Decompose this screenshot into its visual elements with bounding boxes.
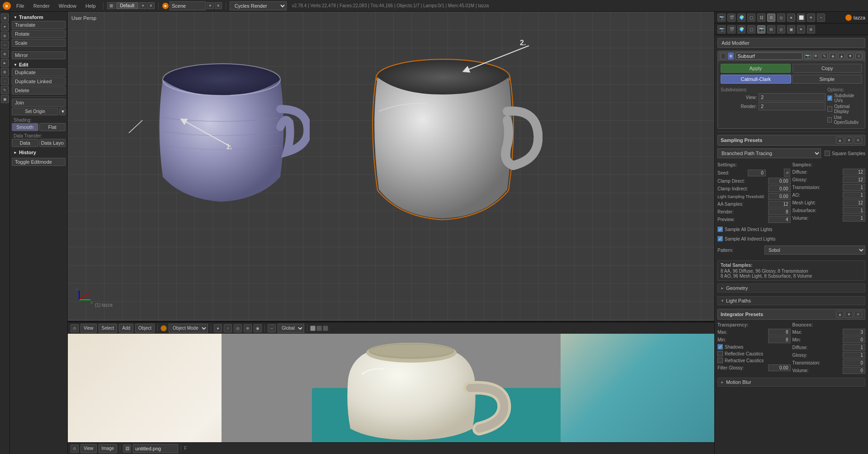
set-origin-button[interactable]: Set Origin <box>12 108 58 115</box>
apply-button[interactable]: Apply <box>721 64 791 73</box>
rp-icon-scene[interactable]: 🎬 <box>727 14 736 22</box>
menu-window[interactable]: Window <box>55 0 80 12</box>
render-s-input[interactable] <box>768 208 791 215</box>
subsurface-input[interactable] <box>843 207 865 214</box>
history-header[interactable]: ► History <box>12 149 66 156</box>
rp-icon-constraint[interactable]: ⛓ <box>757 14 765 22</box>
sampling-presets-down[interactable]: ▼ <box>845 137 853 144</box>
translate-button[interactable]: Translate <box>12 21 66 29</box>
bounces-min-input[interactable] <box>843 336 865 343</box>
rp2-icon4[interactable]: ▢ <box>747 25 755 33</box>
tool-icon-4[interactable]: ↔ <box>1 41 9 49</box>
scene-input[interactable] <box>170 1 206 10</box>
image-view-button[interactable]: View <box>80 444 97 453</box>
remove-scene-icon[interactable]: × <box>215 2 222 9</box>
mod-edit-icon[interactable]: ✎ <box>821 53 828 59</box>
prop-edit-icon[interactable]: ◉ <box>254 324 262 332</box>
screen-layout-icon[interactable]: ⊞ <box>107 2 115 9</box>
data-button[interactable]: Data <box>12 139 38 147</box>
mirror-button[interactable]: Mirror <box>12 51 66 59</box>
add-screen-icon[interactable]: + <box>139 2 146 9</box>
tool-icon-1[interactable]: ◈ <box>1 14 9 22</box>
add-modifier-button[interactable]: Add Modifier <box>717 38 865 48</box>
solid-icon[interactable]: ● <box>214 324 222 332</box>
rp2-icon7[interactable]: ▣ <box>787 25 795 33</box>
rp2-icon6[interactable]: ◎ <box>777 25 785 33</box>
clamp-direct-input[interactable] <box>768 178 791 184</box>
sample-direct-checkbox[interactable]: ✓ <box>717 227 723 232</box>
refractive-caustics-checkbox[interactable] <box>717 358 723 363</box>
transmission-b-input[interactable] <box>843 359 865 366</box>
view-button[interactable]: View <box>80 324 97 333</box>
trans-max-input[interactable] <box>768 329 791 336</box>
trans-min-input[interactable] <box>768 336 791 343</box>
global-select[interactable]: Global Local <box>278 324 304 333</box>
motion-blur-header[interactable]: ► Motion Blur <box>717 378 865 387</box>
rp-icon-texture[interactable]: ⬜ <box>797 14 805 22</box>
layer-1[interactable] <box>310 326 316 331</box>
menu-file[interactable]: File <box>13 0 28 12</box>
viewport-3d[interactable]: User Persp <box>68 12 714 322</box>
flat-button[interactable]: Flat <box>39 123 66 131</box>
render-value-input[interactable] <box>759 102 826 110</box>
mod-visibility-toggle[interactable] <box>721 53 726 59</box>
mod-delete-icon[interactable]: × <box>855 53 862 59</box>
rp2-icon2[interactable]: 🎬 <box>727 25 736 33</box>
rp2-icon5[interactable]: ⊞ <box>767 25 775 33</box>
mode-select[interactable]: Object Mode Edit Mode <box>169 324 208 333</box>
integrator-menu[interactable]: ≡ <box>854 311 862 318</box>
join-button[interactable]: Join <box>12 99 66 107</box>
duplicate-button[interactable]: Duplicate <box>12 68 66 76</box>
glossy-input[interactable] <box>843 176 865 183</box>
mod-up-icon[interactable]: ▲ <box>838 53 845 59</box>
volume-b-input[interactable] <box>843 367 865 374</box>
pattern-select[interactable]: Sobol Correlated Multi-Jitter <box>764 246 865 255</box>
volume-input[interactable] <box>843 215 865 222</box>
render-engine-select[interactable]: Cycles Render Blender Render Blender Gam… <box>230 1 287 10</box>
wire-icon[interactable]: ○ <box>224 324 232 332</box>
pivot-icon[interactable]: ◎ <box>234 324 242 332</box>
mod-cage-icon[interactable]: ◈ <box>830 53 836 59</box>
tool-icon-anim[interactable]: ► <box>1 59 9 67</box>
tool-icon-3dp[interactable]: ▣ <box>1 95 9 103</box>
reflective-caustics-checkbox[interactable] <box>717 351 723 356</box>
rp-icon-particle[interactable]: ✦ <box>807 14 815 22</box>
catmull-clark-button[interactable]: Catmull-Clark <box>721 75 791 84</box>
square-samples-checkbox[interactable] <box>825 151 830 156</box>
optimal-display-checkbox[interactable] <box>827 106 832 112</box>
rp2-icon-render-active[interactable]: 📷 <box>757 25 765 33</box>
rp-icon-object[interactable]: ▢ <box>747 14 755 22</box>
rp2-icon9[interactable]: ⊗ <box>807 25 815 33</box>
duplicate-linked-button[interactable]: Duplicate Linked <box>12 77 66 85</box>
seed-input[interactable] <box>748 170 766 176</box>
set-origin-dropdown[interactable]: ▼ <box>59 108 66 115</box>
workspace-label[interactable]: Default <box>116 2 139 9</box>
tool-icon-phys[interactable]: ~ <box>1 77 9 85</box>
sample-indirect-checkbox[interactable]: ✓ <box>717 236 723 241</box>
transmission-input[interactable] <box>843 184 865 191</box>
sampling-presets-up[interactable]: ▲ <box>836 137 844 144</box>
toggle-editmode-button[interactable]: Toggle Editmode <box>12 158 66 166</box>
mod-render-icon[interactable]: 📷 <box>804 53 811 59</box>
geometry-section-header[interactable]: ► Geometry <box>717 284 865 293</box>
viewport-icon[interactable]: ⊙ <box>71 324 79 332</box>
filename-input[interactable]: untitled.png <box>133 444 178 453</box>
diffuse-b-input[interactable] <box>843 344 865 351</box>
layer-2[interactable] <box>316 326 322 331</box>
diffuse-s-input[interactable] <box>843 169 865 175</box>
simple-button[interactable]: Simple <box>792 75 863 84</box>
select-button[interactable]: Select <box>99 324 118 333</box>
path-tracing-select[interactable]: Branched Path Tracing Path Tracing <box>717 148 821 158</box>
object-button[interactable]: Object <box>135 324 155 333</box>
rp-icon-data[interactable]: ◎ <box>777 14 785 22</box>
tool-icon-5[interactable]: ⊗ <box>1 50 9 58</box>
menu-help[interactable]: Help <box>82 0 99 12</box>
light-paths-header[interactable]: ▼ Light Paths <box>717 296 865 305</box>
img-icon[interactable]: 🖼 <box>123 445 131 453</box>
copy-button[interactable]: Copy <box>793 64 863 73</box>
tool-icon-rel[interactable]: ⊞ <box>1 68 9 76</box>
rp-icon-world[interactable]: 🌍 <box>737 14 745 22</box>
mesh-light-input[interactable] <box>843 199 865 206</box>
sampling-presets-menu[interactable]: ≡ <box>854 137 862 144</box>
integrator-up[interactable]: ▲ <box>836 311 844 318</box>
